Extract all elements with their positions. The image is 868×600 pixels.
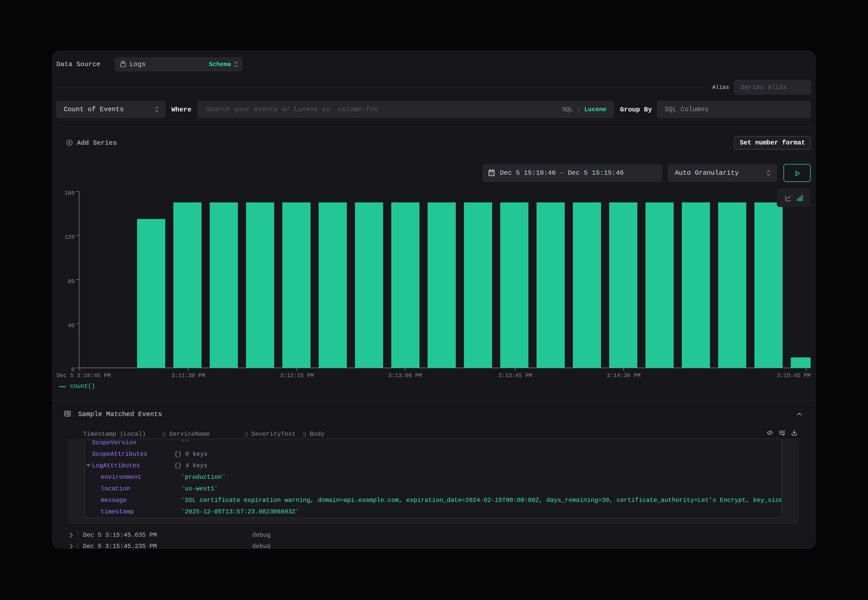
svg-text:3:13:45 PM: 3:13:45 PM [498,373,532,379]
svg-text:3:12:15 PM: 3:12:15 PM [280,373,314,379]
svg-text:40: 40 [68,323,74,329]
svg-text:80: 80 [68,279,74,285]
svg-text:160: 160 [64,190,74,197]
svg-text:0: 0 [71,367,74,373]
svg-text:120: 120 [64,234,74,241]
svg-text:3:13:00 PM: 3:13:00 PM [388,373,422,379]
svg-text:3:11:30 PM: 3:11:30 PM [171,373,205,379]
svg-text:3:14:30 PM: 3:14:30 PM [607,373,641,379]
svg-text:3:15:45 PM: 3:15:45 PM [777,373,810,379]
svg-text:Dec 5 3:10:45 PM: Dec 5 3:10:45 PM [57,373,111,379]
